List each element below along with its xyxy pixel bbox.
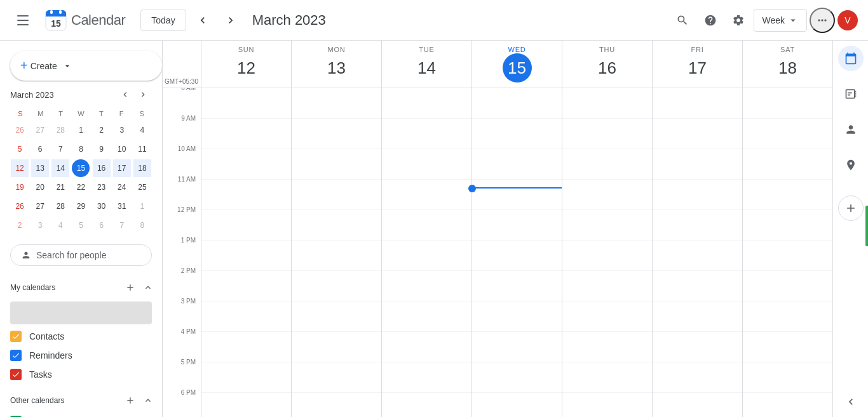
mini-cal-day[interactable]: 24 [113, 178, 131, 196]
expand-less-icon-2 [143, 395, 153, 406]
help-button[interactable] [698, 8, 723, 33]
hour-line [201, 88, 291, 119]
mini-cal-day[interactable]: 7 [113, 216, 131, 234]
search-button[interactable] [670, 8, 695, 33]
mini-cal-day[interactable]: 10 [113, 140, 131, 158]
tasks-icon-btn[interactable] [838, 81, 864, 107]
mini-cal-day[interactable]: 6 [31, 140, 49, 158]
mini-cal-day[interactable]: 30 [93, 197, 111, 215]
contacts-checkbox[interactable] [10, 331, 22, 342]
other-calendars-header[interactable]: Other calendars [0, 389, 162, 412]
contacts-icon-btn[interactable] [838, 117, 864, 142]
mini-cal-day[interactable]: 21 [51, 178, 69, 196]
mini-cal-day[interactable]: 25 [133, 178, 151, 196]
create-button[interactable]: + Create [10, 51, 162, 81]
mini-cal-day[interactable]: 5 [72, 216, 90, 234]
mini-cal-day[interactable]: 11 [133, 140, 151, 158]
mini-cal-next[interactable] [134, 86, 152, 103]
mini-cal-day[interactable]: 27 [31, 197, 49, 215]
day-number[interactable]: 16 [593, 53, 622, 83]
mini-cal-day[interactable]: 8 [133, 216, 151, 234]
user-avatar[interactable]: V [837, 10, 858, 30]
day-number[interactable]: 14 [412, 53, 442, 83]
mini-cal-day[interactable]: 18 [133, 159, 151, 177]
apps-button[interactable] [810, 8, 835, 33]
calendar-icon-btn[interactable] [838, 46, 864, 71]
mini-cal-day[interactable]: 2 [93, 121, 111, 139]
mini-cal-day[interactable]: 17 [113, 159, 131, 177]
mini-cal-day[interactable]: 28 [51, 121, 69, 139]
hamburger-button[interactable] [10, 8, 36, 33]
other-calendars-add[interactable] [121, 392, 139, 409]
today-button[interactable]: Today [140, 10, 186, 31]
mini-cal-day[interactable]: 19 [11, 178, 29, 196]
expand-panel-button[interactable] [838, 392, 864, 417]
mini-cal-day[interactable]: 14 [51, 159, 69, 177]
search-people[interactable]: Search for people [10, 244, 152, 266]
day-header-17[interactable]: FRI17 [652, 41, 742, 88]
mini-cal-day[interactable]: 23 [93, 178, 111, 196]
day-number[interactable]: 18 [773, 53, 803, 83]
mini-cal-day[interactable]: 12 [11, 159, 29, 177]
right-add-button[interactable] [838, 195, 864, 221]
mini-cal-day[interactable]: 13 [31, 159, 49, 177]
mini-cal-day[interactable]: 26 [11, 121, 29, 139]
day-header-13[interactable]: MON13 [291, 41, 381, 88]
other-calendars-collapse[interactable] [139, 392, 157, 409]
day-number[interactable]: 12 [232, 53, 261, 83]
cal-item-tasks[interactable]: Tasks [0, 365, 162, 384]
cal-item-contacts[interactable]: Contacts [0, 327, 162, 346]
settings-button[interactable] [726, 8, 751, 33]
day-col-6[interactable] [742, 88, 832, 417]
mini-cal-day[interactable]: 28 [51, 197, 69, 215]
day-number[interactable]: 13 [322, 53, 351, 83]
mini-cal-day[interactable]: 3 [31, 216, 49, 234]
day-col-2[interactable] [381, 88, 471, 417]
prev-week-button[interactable] [191, 9, 214, 32]
day-header-14[interactable]: TUE14 [381, 41, 471, 88]
day-col-0[interactable] [201, 88, 291, 417]
day-col-1[interactable] [291, 88, 381, 417]
reminders-checkbox[interactable] [10, 350, 22, 361]
my-calendars-collapse[interactable] [139, 279, 157, 296]
maps-icon-btn[interactable] [838, 152, 864, 178]
mini-cal-day[interactable]: 16 [93, 159, 111, 177]
tasks-checkbox[interactable] [10, 369, 22, 380]
day-header-15[interactable]: WED15 [471, 41, 562, 88]
mini-cal-day[interactable]: 9 [93, 140, 111, 158]
mini-cal-day[interactable]: 31 [113, 197, 131, 215]
day-number[interactable]: 17 [683, 53, 712, 83]
mini-cal-prev[interactable] [116, 86, 134, 103]
day-col-3[interactable] [471, 88, 562, 417]
mini-cal-day[interactable]: 8 [72, 140, 90, 158]
my-calendars-header[interactable]: My calendars [0, 276, 162, 299]
cal-item-reminders[interactable]: Reminders [0, 346, 162, 365]
day-col-4[interactable] [562, 88, 652, 417]
mini-cal-day[interactable]: 29 [72, 197, 90, 215]
day-header-16[interactable]: THU16 [562, 41, 652, 88]
tasks-icon [844, 88, 857, 100]
mini-cal-day[interactable]: 27 [31, 121, 49, 139]
next-week-button[interactable] [219, 9, 242, 32]
mini-cal-day[interactable]: 2 [11, 216, 29, 234]
reminders-label: Reminders [29, 350, 72, 361]
mini-cal-day[interactable]: 4 [51, 216, 69, 234]
my-calendars-add[interactable] [121, 279, 139, 296]
mini-cal-day[interactable]: 6 [93, 216, 111, 234]
mini-cal-day[interactable]: 1 [133, 197, 151, 215]
mini-cal-day[interactable]: 5 [11, 140, 29, 158]
mini-cal-day[interactable]: 3 [113, 121, 131, 139]
mini-cal-day[interactable]: 22 [72, 178, 90, 196]
day-number[interactable]: 15 [503, 53, 532, 83]
mini-cal-day[interactable]: 4 [133, 121, 151, 139]
mini-cal-day[interactable]: 26 [11, 197, 29, 215]
day-header-12[interactable]: SUN12 [201, 41, 291, 88]
cal-item-holidays[interactable]: Holidays in India [0, 412, 162, 417]
day-header-18[interactable]: SAT18 [742, 41, 832, 88]
mini-cal-day[interactable]: 20 [31, 178, 49, 196]
view-selector[interactable]: Week [754, 9, 807, 32]
mini-cal-day[interactable]: 7 [51, 140, 69, 158]
day-col-5[interactable] [652, 88, 742, 417]
mini-cal-day[interactable]: 1 [72, 121, 90, 139]
mini-cal-day[interactable]: 15 [72, 159, 90, 177]
